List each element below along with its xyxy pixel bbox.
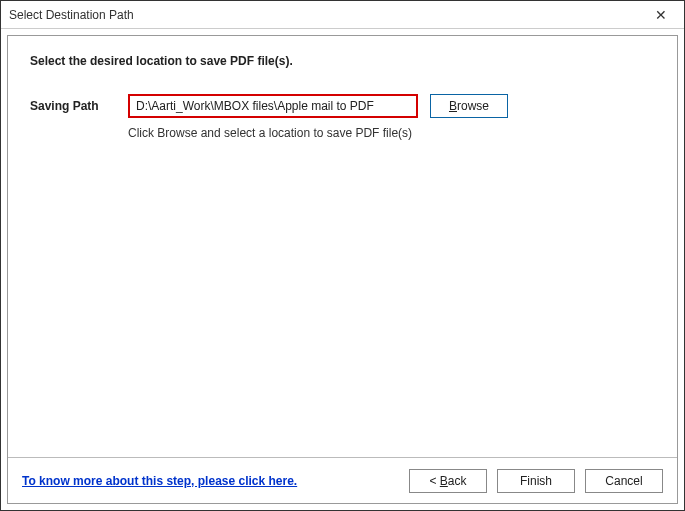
browse-mnemonic: B (449, 99, 457, 113)
back-mnemonic: B (440, 474, 448, 488)
help-link[interactable]: To know more about this step, please cli… (22, 474, 409, 488)
dialog-window: Select Destination Path ✕ Select the des… (0, 0, 685, 511)
titlebar: Select Destination Path ✕ (1, 1, 684, 29)
back-prefix: < (429, 474, 439, 488)
close-icon[interactable]: ✕ (646, 1, 676, 28)
back-rest: ack (448, 474, 467, 488)
browse-button[interactable]: Browse (430, 94, 508, 118)
path-hint: Click Browse and select a location to sa… (128, 126, 655, 140)
finish-button[interactable]: Finish (497, 469, 575, 493)
window-title: Select Destination Path (9, 8, 646, 22)
back-button[interactable]: < Back (409, 469, 487, 493)
dialog-footer: To know more about this step, please cli… (8, 457, 677, 503)
saving-path-row: Saving Path Browse (30, 94, 655, 118)
content-area: Select the desired location to save PDF … (8, 36, 677, 457)
footer-buttons: < Back Finish Cancel (409, 469, 663, 493)
cancel-button[interactable]: Cancel (585, 469, 663, 493)
saving-path-label: Saving Path (30, 99, 116, 113)
instruction-text: Select the desired location to save PDF … (30, 54, 655, 68)
browse-rest: rowse (457, 99, 489, 113)
saving-path-input[interactable] (128, 94, 418, 118)
dialog-content-frame: Select the desired location to save PDF … (7, 35, 678, 504)
